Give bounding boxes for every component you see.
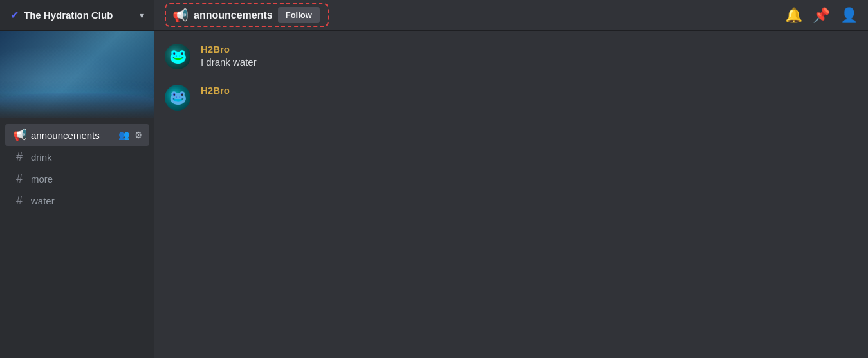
megaphone-icon: 📢 [13, 128, 26, 142]
message-content-partial: H2Bro [201, 85, 858, 97]
channel-title: announcements [194, 10, 273, 21]
sidebar-item-drink[interactable]: # drink [5, 147, 149, 168]
follow-button[interactable]: Follow [278, 7, 320, 23]
message-author: H2Bro [201, 44, 230, 55]
channel-name-water: water [31, 195, 144, 206]
channel-list: 📢 announcements 👥 ⚙ # drink # more # wat… [0, 118, 154, 358]
banner-overlay [0, 93, 154, 118]
members-icon[interactable]: 👤 [840, 7, 858, 24]
main-content: 📢 announcements Follow 🔔 📌 👤 H2Bro I dra… [154, 0, 868, 358]
avatar [165, 44, 190, 69]
bell-icon[interactable]: 🔔 [785, 7, 802, 24]
settings-icon[interactable]: ⚙ [133, 129, 144, 141]
hash-icon: # [13, 172, 26, 186]
hash-icon: # [13, 150, 26, 164]
server-header[interactable]: ✔ The Hydration Club ▾ [0, 0, 154, 31]
emoji-reaction-icon[interactable]: 😊 [819, 47, 838, 66]
message-group: H2Bro I drank water Publish 😊 ⋮ [154, 41, 868, 72]
channel-name-more: more [31, 174, 144, 184]
hash-icon: # [13, 194, 26, 208]
add-member-icon[interactable]: 👥 [117, 129, 131, 141]
message-author-partial: H2Bro [201, 85, 230, 96]
channel-header-highlight: 📢 announcements Follow [165, 3, 329, 27]
topbar-icons: 🔔 📌 👤 [785, 7, 858, 24]
message-text: I drank water [201, 56, 858, 69]
channel-name-announcements: announcements [31, 130, 112, 141]
server-name: The Hydration Club [24, 10, 140, 21]
sidebar-item-water[interactable]: # water [5, 190, 149, 211]
message-header-partial: H2Bro [201, 85, 858, 96]
sidebar-item-announcements[interactable]: 📢 announcements 👥 ⚙ [5, 124, 149, 146]
sidebar-item-more[interactable]: # more [5, 168, 149, 190]
chevron-down-icon: ▾ [140, 10, 144, 21]
avatar [165, 85, 190, 111]
more-options-icon[interactable]: ⋮ [841, 47, 858, 66]
message-header: H2Bro [201, 44, 858, 55]
server-banner [0, 31, 154, 118]
channel-name-drink: drink [31, 152, 144, 163]
topbar: 📢 announcements Follow 🔔 📌 👤 [154, 0, 868, 31]
sidebar: ✔ The Hydration Club ▾ 📢 announcements 👥… [0, 0, 154, 358]
message-content: H2Bro I drank water [201, 44, 858, 69]
pin-icon[interactable]: 📌 [813, 7, 830, 24]
megaphone-icon: 📢 [172, 8, 189, 23]
verified-icon: ✔ [10, 9, 19, 21]
channel-actions-announcements: 👥 ⚙ [117, 129, 144, 141]
publish-button[interactable]: Publish [771, 49, 817, 65]
messages-area: H2Bro I drank water Publish 😊 ⋮ H2Bro [154, 31, 868, 358]
message-group-partial: H2Bro [154, 82, 868, 113]
